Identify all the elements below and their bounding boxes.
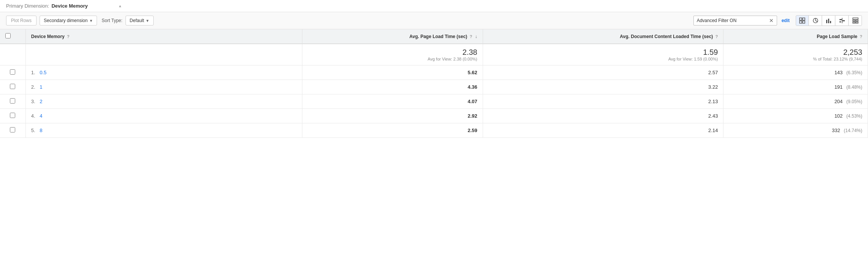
svg-rect-16	[856, 20, 858, 21]
chevron-down-icon-sort: ▼	[146, 19, 149, 23]
row-dim-cell: 3. 2	[25, 94, 302, 109]
row-pct-text: (8.48%)	[846, 85, 862, 90]
summary-row: 2.38 Avg for View: 2.38 (0.00%) 1.59 Avg…	[0, 44, 868, 65]
svg-rect-0	[800, 18, 802, 20]
table-view-button[interactable]	[796, 16, 809, 26]
row-dim-cell: 1. 0.5	[25, 65, 302, 80]
row-page-load-sample-cell: 143 (6.35%)	[723, 65, 868, 80]
summary-dim-cell	[25, 44, 302, 65]
row-avg-doc-content-value: 2.43	[708, 113, 718, 119]
svg-rect-9	[830, 21, 831, 23]
header-device-memory: Device Memory ?	[25, 29, 302, 44]
row-page-load-sample-cell: 191 (8.48%)	[723, 80, 868, 94]
row-pct-text: (14.74%)	[844, 128, 862, 133]
row-checkbox[interactable]	[10, 113, 15, 118]
table-row: 5. 8 2.59 2.14 332 (14.74%)	[0, 123, 868, 138]
row-avg-page-load-cell: 4.36	[302, 80, 483, 94]
row-dim-cell: 5. 8	[25, 123, 302, 138]
dim-link[interactable]: 1	[40, 84, 42, 90]
header-page-load-sample: Page Load Sample ?	[723, 29, 868, 44]
svg-rect-11	[839, 19, 842, 20]
row-avg-page-load-cell: 2.59	[302, 123, 483, 138]
pie-view-button[interactable]	[809, 16, 822, 26]
close-filter-button[interactable]: ✕	[769, 18, 774, 24]
plot-rows-button[interactable]: Plot Rows	[6, 16, 37, 26]
table-row: 1. 0.5 5.62 2.57 143 (6.35%)	[0, 65, 868, 80]
summary-page-load-sample-sub: % of Total: 23.12% (9,744)	[729, 57, 862, 61]
summary-avg-doc-content-value: 1.59	[488, 48, 718, 57]
row-avg-doc-content-cell: 3.22	[483, 80, 723, 94]
row-checkbox[interactable]	[10, 98, 15, 104]
pivot-icon	[852, 18, 858, 24]
comparison-icon	[839, 18, 845, 24]
summary-page-load-sample-cell: 2,253 % of Total: 23.12% (9,744)	[723, 44, 868, 65]
row-number: 2.	[31, 84, 35, 90]
row-number: 3.	[31, 99, 35, 104]
row-checkbox-cell	[0, 123, 25, 138]
row-checkbox-cell	[0, 80, 25, 94]
edit-filter-link[interactable]: edit	[782, 18, 790, 23]
row-checkbox[interactable]	[10, 69, 15, 75]
svg-rect-3	[803, 21, 805, 23]
row-checkbox[interactable]	[10, 127, 15, 132]
row-avg-page-load-cell: 2.92	[302, 109, 483, 123]
primary-dim-label: Primary Dimension:	[6, 3, 49, 9]
row-pct-text: (6.35%)	[846, 70, 862, 75]
row-page-load-sample-value: 143	[835, 70, 843, 75]
avg-doc-content-header-label: Avg. Document Content Loaded Time (sec)	[620, 34, 713, 39]
view-icons-group	[796, 15, 862, 26]
chevron-down-icon: ▼	[89, 19, 93, 23]
row-page-load-sample-value: 191	[835, 84, 843, 90]
bar-view-button[interactable]	[823, 16, 835, 26]
row-page-load-sample-cell: 332 (14.74%)	[723, 123, 868, 138]
svg-rect-8	[828, 19, 829, 23]
dim-link[interactable]: 4	[40, 113, 42, 119]
svg-line-6	[816, 21, 817, 22]
device-memory-header-label: Device Memory	[31, 34, 65, 39]
primary-dim-bar: Primary Dimension: Device Memory ▲	[0, 0, 868, 12]
data-table: Device Memory ? Avg. Page Load Time (sec…	[0, 29, 868, 138]
row-avg-doc-content-value: 2.57	[708, 70, 718, 75]
row-avg-doc-content-value: 3.22	[708, 84, 718, 90]
row-avg-doc-content-cell: 2.14	[483, 123, 723, 138]
comparison-view-button[interactable]	[836, 16, 849, 26]
row-number: 1.	[31, 70, 35, 75]
row-page-load-sample-value: 204	[835, 99, 843, 104]
filter-value-text: Advanced Filter ON	[697, 18, 767, 23]
row-page-load-sample-cell: 204 (9.05%)	[723, 94, 868, 109]
row-checkbox-cell	[0, 65, 25, 80]
header-checkbox-col	[0, 29, 25, 44]
row-number: 4.	[31, 113, 35, 119]
row-avg-page-load-value: 2.92	[467, 113, 477, 119]
advanced-filter-box: Advanced Filter ON ✕	[693, 16, 777, 26]
pivot-view-button[interactable]	[849, 16, 862, 26]
row-avg-doc-content-cell: 2.13	[483, 94, 723, 109]
table-row: 4. 4 2.92 2.43 102 (4.53%)	[0, 109, 868, 123]
svg-rect-1	[803, 18, 805, 20]
dim-link[interactable]: 2	[40, 99, 42, 104]
table-row: 3. 2 4.07 2.13 204 (9.05%)	[0, 94, 868, 109]
summary-avg-page-load-cell: 2.38 Avg for View: 2.38 (0.00%)	[302, 44, 483, 65]
device-memory-help-icon[interactable]: ?	[67, 34, 70, 39]
summary-avg-page-load-value: 2.38	[308, 48, 477, 57]
row-avg-page-load-value: 4.36	[467, 84, 477, 90]
secondary-dimension-dropdown[interactable]: Secondary dimension ▼	[40, 16, 97, 26]
secondary-dim-label: Secondary dimension	[44, 18, 87, 23]
sort-type-dropdown[interactable]: Default ▼	[126, 16, 154, 26]
row-checkbox[interactable]	[10, 84, 15, 89]
bar-icon	[826, 18, 832, 24]
avg-doc-content-help-icon[interactable]: ?	[715, 34, 718, 39]
page-load-sample-help-icon[interactable]: ?	[860, 34, 862, 39]
dim-link[interactable]: 8	[40, 128, 42, 133]
table-header-row: Device Memory ? Avg. Page Load Time (sec…	[0, 29, 868, 44]
select-all-checkbox[interactable]	[5, 33, 11, 38]
summary-page-load-sample-value: 2,253	[729, 48, 862, 57]
row-page-load-sample-cell: 102 (4.53%)	[723, 109, 868, 123]
row-page-load-sample-value: 102	[835, 113, 843, 119]
dim-link[interactable]: 0.5	[40, 70, 46, 75]
svg-rect-17	[853, 22, 855, 23]
row-avg-doc-content-cell: 2.43	[483, 109, 723, 123]
row-avg-page-load-value: 4.07	[467, 99, 477, 104]
row-pct-text: (4.53%)	[846, 113, 862, 119]
avg-page-load-help-icon[interactable]: ?	[470, 34, 472, 39]
